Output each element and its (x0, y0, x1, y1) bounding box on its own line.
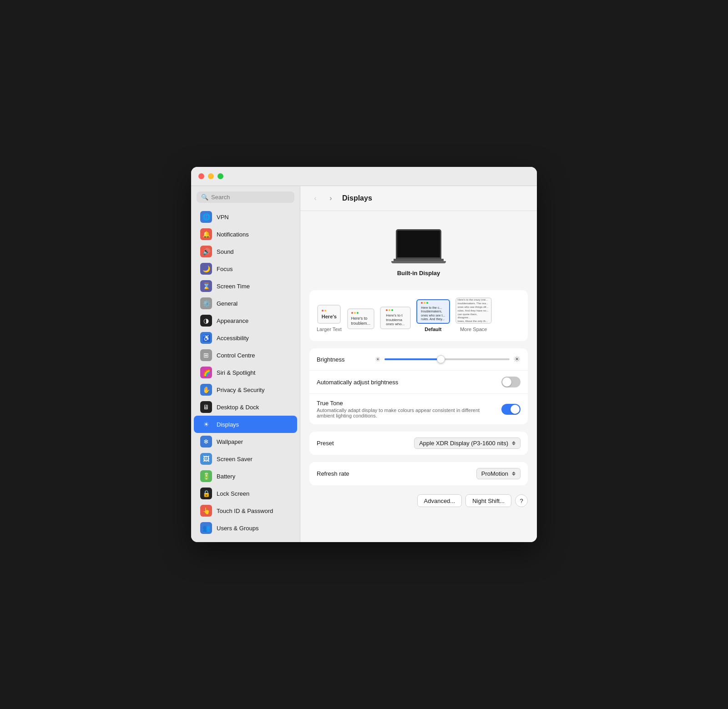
res-label-larger-text: Larger Text (317, 327, 342, 332)
brightness-slider[interactable]: ☀ ☀ (375, 354, 521, 364)
resolution-option-more-space[interactable]: Here's to the crazy one...troublemakers.… (455, 297, 492, 332)
sidebar-item-users-groups[interactable]: 👥Users & Groups (194, 519, 297, 537)
notifications-label: Notifications (217, 231, 249, 238)
focus-icon: 🌙 (200, 263, 212, 275)
auto-brightness-toggle[interactable] (501, 377, 521, 387)
general-label: General (217, 300, 238, 307)
refresh-arrows (512, 472, 516, 476)
toggle-knob-auto (502, 377, 511, 387)
main-window: 🔍 🌐VPN🔔Notifications🔊Sound🌙Focus⌛Screen … (191, 167, 537, 542)
refresh-arrow-down-icon (512, 474, 516, 476)
refresh-arrow-up-icon (512, 472, 516, 473)
sidebar-item-privacy-security[interactable]: ✋Privacy & Security (194, 381, 297, 398)
sidebar-item-accessibility[interactable]: ♿Accessibility (194, 329, 297, 347)
sidebar-item-screen-saver[interactable]: 🖼Screen Saver (194, 450, 297, 468)
sidebar-item-general[interactable]: ⚙️General (194, 295, 297, 312)
desktop-dock-icon: 🖥 (200, 401, 212, 413)
res-label-more-space: More Space (460, 327, 487, 332)
screen-saver-icon: 🖼 (200, 453, 212, 465)
preset-label: Preset (317, 440, 334, 447)
accessibility-label: Accessibility (217, 335, 249, 342)
advanced-button[interactable]: Advanced... (417, 494, 462, 507)
sidebar-item-siri-spotlight[interactable]: 🌈Siri & Spotlight (194, 364, 297, 381)
forward-button[interactable]: › (325, 192, 337, 204)
laptop-screen (396, 229, 441, 259)
slider-thumb[interactable] (437, 355, 445, 363)
res-label-default: Default (425, 327, 441, 332)
screen-saver-label: Screen Saver (217, 456, 253, 463)
sound-label: Sound (217, 248, 234, 255)
sidebar-item-touch-id-password[interactable]: 👆Touch ID & Password (194, 502, 297, 519)
laptop-icon (391, 229, 446, 263)
content-header: ‹ › Displays (300, 186, 537, 211)
refresh-rate-label: Refresh rate (317, 470, 349, 477)
close-button[interactable] (198, 173, 204, 179)
sun-low-icon: ☀ (375, 356, 381, 363)
control-centre-label: Control Centre (217, 352, 255, 359)
sidebar-item-battery[interactable]: 🔋Battery (194, 468, 297, 485)
sidebar-items: 🌐VPN🔔Notifications🔊Sound🌙Focus⌛Screen Ti… (191, 208, 300, 537)
sound-icon: 🔊 (200, 246, 212, 257)
search-input[interactable] (211, 194, 290, 201)
resolution-option-default[interactable]: Here to the c...troublemakers,ones who s… (416, 299, 450, 332)
true-tone-row: True Tone Automatically adapt display to… (309, 393, 528, 424)
search-bar[interactable]: 🔍 (197, 191, 294, 203)
siri-spotlight-label: Siri & Spotlight (217, 369, 255, 376)
sidebar-item-desktop-dock[interactable]: 🖥Desktop & Dock (194, 398, 297, 416)
page-title: Displays (342, 194, 372, 202)
privacy-security-icon: ✋ (200, 384, 212, 396)
resolution-option-larger-text[interactable]: Here's Larger Text (317, 305, 342, 332)
resolution-options: Here's Larger Text (317, 297, 521, 334)
res-preview-more-space: Here's to the crazy one...troublemakers.… (455, 297, 492, 324)
help-button[interactable]: ? (515, 494, 528, 507)
res-preview-2: Here's totroublem... (347, 308, 374, 329)
arrow-down-icon (512, 443, 516, 445)
display-name: Built-in Display (397, 270, 440, 277)
true-tone-text: True Tone Automatically adapt display to… (317, 400, 490, 418)
back-icon: ‹ (314, 194, 316, 202)
screen-time-label: Screen Time (217, 283, 250, 290)
minimize-button[interactable] (208, 173, 214, 179)
sidebar-item-sound[interactable]: 🔊Sound (194, 243, 297, 260)
control-centre-icon: ⊞ (200, 349, 212, 361)
toggle-knob-true-tone (511, 405, 520, 414)
back-button[interactable]: ‹ (309, 192, 321, 204)
forward-icon: › (329, 194, 332, 202)
content-area: ‹ › Displays Built-in Display (300, 186, 537, 542)
lock-screen-label: Lock Screen (217, 490, 249, 497)
sidebar-item-lock-screen[interactable]: 🔒Lock Screen (194, 485, 297, 502)
sidebar-item-control-centre[interactable]: ⊞Control Centre (194, 347, 297, 364)
preset-row: Preset Apple XDR Display (P3-1600 nits) (309, 432, 528, 455)
refresh-rate-value: ProMotion (481, 470, 508, 477)
true-tone-description: Automatically adapt display to make colo… (317, 407, 490, 418)
preset-select[interactable]: Apple XDR Display (P3-1600 nits) (414, 437, 521, 449)
sidebar-item-appearance[interactable]: ◑Appearance (194, 312, 297, 329)
sidebar-item-vpn[interactable]: 🌐VPN (194, 208, 297, 226)
true-tone-toggle[interactable] (501, 404, 521, 415)
vpn-label: VPN (217, 214, 229, 221)
touch-id-password-label: Touch ID & Password (217, 508, 273, 514)
sidebar: 🔍 🌐VPN🔔Notifications🔊Sound🌙Focus⌛Screen … (191, 186, 300, 542)
displays-label: Displays (217, 421, 239, 428)
sidebar-item-displays[interactable]: ☀Displays (194, 416, 297, 433)
sidebar-item-notifications[interactable]: 🔔Notifications (194, 226, 297, 243)
resolution-option-3[interactable]: Here's to ttroublemaones who... (380, 307, 411, 332)
preset-arrows (512, 441, 516, 445)
true-tone-label: True Tone (317, 400, 490, 407)
footer-buttons: Advanced... Night Shift... ? (309, 493, 528, 511)
res-preview-default: Here to the c...troublemakers,ones who s… (416, 299, 450, 324)
wallpaper-icon: ❄ (200, 436, 212, 448)
resolution-option-2[interactable]: Here's totroublem... (347, 308, 374, 332)
night-shift-button[interactable]: Night Shift... (465, 494, 511, 507)
sidebar-item-wallpaper[interactable]: ❄Wallpaper (194, 433, 297, 450)
desktop-dock-label: Desktop & Dock (217, 404, 259, 411)
sidebar-item-focus[interactable]: 🌙Focus (194, 260, 297, 277)
refresh-rate-select[interactable]: ProMotion (476, 468, 521, 479)
slider-track[interactable] (384, 358, 510, 360)
battery-icon: 🔋 (200, 470, 212, 482)
search-icon: 🔍 (201, 194, 208, 201)
maximize-button[interactable] (217, 173, 223, 179)
displays-icon: ☀ (200, 418, 212, 430)
refresh-rate-row: Refresh rate ProMotion (309, 462, 528, 485)
sidebar-item-screen-time[interactable]: ⌛Screen Time (194, 277, 297, 295)
